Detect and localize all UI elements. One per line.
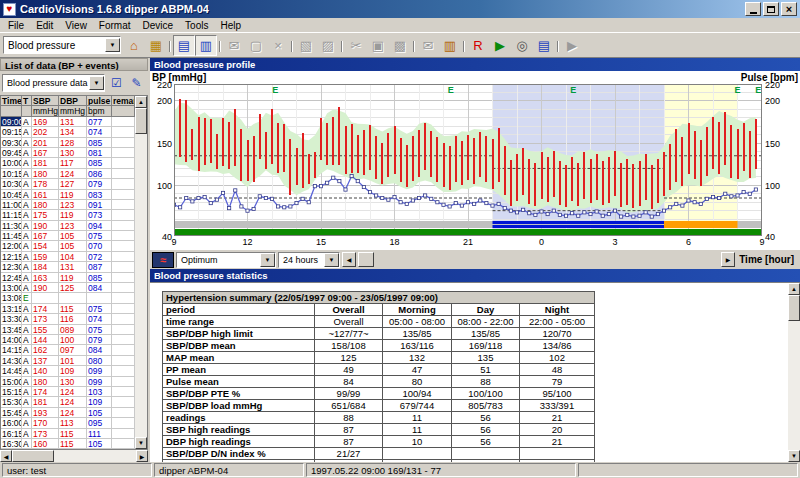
profile-style-icon[interactable]: ≈: [152, 252, 174, 268]
stats-vertical-scrollbar[interactable]: [788, 283, 800, 462]
library-icon[interactable]: ▥: [439, 35, 461, 56]
menu-help[interactable]: Help: [214, 19, 247, 32]
dbp-cell: 123: [59, 200, 87, 210]
scrollbar-thumb[interactable]: [12, 450, 54, 462]
table-row[interactable]: 11:45A167105075: [1, 231, 135, 241]
table-row[interactable]: 16:15A173115111: [1, 429, 135, 439]
play-icon: ▶: [561, 35, 583, 56]
table-row[interactable]: 15:30A181124109: [1, 397, 135, 407]
menu-edit[interactable]: Edit: [30, 19, 59, 32]
scrollbar-track[interactable]: [135, 134, 147, 437]
menu-format[interactable]: Format: [93, 19, 137, 32]
table-row[interactable]: 13:30A173116074: [1, 314, 135, 324]
table-row[interactable]: 10:00A181117085: [1, 158, 135, 168]
time-cell: 12:45: [1, 273, 22, 283]
list-view-icon[interactable]: ▤: [173, 35, 195, 56]
stats-value: 21: [520, 412, 595, 424]
table-row[interactable]: 16:30A160115105: [1, 439, 135, 449]
scrollbar-thumb[interactable]: [358, 252, 374, 267]
scroll-left-icon[interactable]: [0, 450, 12, 462]
maximize-button[interactable]: [763, 2, 779, 16]
table-row[interactable]: 14:00A144100079: [1, 335, 135, 345]
table-row[interactable]: 16:00A170113095: [1, 418, 135, 428]
table-row[interactable]: 13:45A155089075: [1, 325, 135, 335]
time-cell: 16:15: [1, 429, 22, 439]
bp-profile-chart[interactable]: BP [mmHg] Pulse [bpm] EEEEE 220220200200…: [150, 71, 800, 249]
table-row[interactable]: 11:30A190123094: [1, 221, 135, 231]
minimize-button[interactable]: [745, 2, 761, 16]
table-row[interactable]: 14:15A162097084: [1, 345, 135, 355]
list-panel-title: List of data (BP + events): [0, 58, 148, 71]
export-icon[interactable]: ▶: [489, 35, 511, 56]
report-icon[interactable]: R: [467, 35, 489, 56]
sbp-cell: 169: [32, 117, 59, 127]
time-span-dropdown[interactable]: 24 hours: [278, 252, 340, 268]
home-icon[interactable]: ⌂: [123, 35, 145, 56]
scroll-down-icon[interactable]: [135, 437, 147, 449]
menu-file[interactable]: File: [2, 19, 30, 32]
scrollbar-track[interactable]: [788, 321, 800, 450]
table-row[interactable]: 09:00A169131077: [1, 117, 135, 127]
chart-plot[interactable]: EEEEE: [174, 84, 762, 236]
pulse-cell: 077: [87, 117, 112, 127]
scrollbar-thumb[interactable]: [788, 295, 800, 321]
remark-cell: [112, 190, 135, 200]
table-row[interactable]: 14:45A140109099: [1, 366, 135, 376]
sbp-cell: 180: [32, 169, 59, 179]
table-row[interactable]: 14:30A137101080: [1, 356, 135, 366]
stats-row-label: SBP/DBP mean: [163, 340, 315, 352]
table-row[interactable]: 10:15A180124086: [1, 169, 135, 179]
type-cell: A: [22, 179, 32, 189]
table-row[interactable]: 10:45A161119083: [1, 190, 135, 200]
scroll-up-icon[interactable]: [135, 96, 147, 108]
scroll-right-icon[interactable]: [721, 252, 735, 267]
list-horizontal-scrollbar[interactable]: [0, 450, 148, 462]
table-row[interactable]: 09:45A167130081: [1, 148, 135, 158]
scrollbar-track[interactable]: [54, 450, 136, 462]
app-icon[interactable]: [3, 3, 16, 16]
menu-tools[interactable]: Tools: [179, 19, 214, 32]
stats-panel-body: Hypertension summary (22/05/1997 09:00 -…: [150, 282, 800, 462]
scroll-left-icon[interactable]: [342, 252, 356, 267]
data-type-dropdown[interactable]: Blood pressure data: [2, 74, 105, 92]
minimize-icon: [750, 12, 757, 14]
sbp-cell: 201: [32, 138, 59, 148]
view-selector-dropdown[interactable]: Blood pressure: [3, 36, 121, 54]
table-row[interactable]: 15:15A174124103: [1, 387, 135, 397]
table-row[interactable]: 12:45A163119085: [1, 273, 135, 283]
scroll-down-icon[interactable]: [788, 450, 800, 462]
table-row[interactable]: 10:30A178127079: [1, 179, 135, 189]
time-cell: 10:00: [1, 158, 22, 168]
dbp-cell: 119: [59, 273, 87, 283]
select-columns-icon[interactable]: ☑: [108, 75, 125, 92]
scroll-up-icon[interactable]: [788, 283, 800, 295]
open-image-icon[interactable]: ▦: [145, 35, 167, 56]
table-row[interactable]: 12:15A159104072: [1, 252, 135, 262]
scale-mode-dropdown[interactable]: Optimum: [176, 252, 276, 268]
details-icon[interactable]: ▤: [533, 35, 555, 56]
edit-data-icon[interactable]: ✎: [128, 75, 145, 92]
scroll-right-icon[interactable]: [136, 450, 148, 462]
table-row[interactable]: 11:00A180123091: [1, 200, 135, 210]
close-button[interactable]: [781, 2, 797, 16]
scrollbar-thumb[interactable]: [135, 108, 147, 134]
table-row[interactable]: 15:45A193124105: [1, 408, 135, 418]
table-row[interactable]: 12:00A154105070: [1, 241, 135, 251]
remark-cell: [112, 377, 135, 387]
table-row[interactable]: 12:30A184131087: [1, 262, 135, 272]
table-row[interactable]: 13:00A190125084: [1, 283, 135, 293]
table-row[interactable]: 11:15A175119073: [1, 210, 135, 220]
delete-icon: ×: [267, 35, 289, 56]
menu-device[interactable]: Device: [137, 19, 180, 32]
profile-view-icon[interactable]: ▥: [195, 35, 217, 56]
search-icon[interactable]: ◎: [511, 35, 533, 56]
table-row[interactable]: 09:15A202134074: [1, 127, 135, 137]
table-row[interactable]: 15:00A180130099: [1, 377, 135, 387]
table-row[interactable]: 13:15A174115075: [1, 304, 135, 314]
list-vertical-scrollbar[interactable]: [135, 96, 147, 449]
table-row[interactable]: 09:30A201128085: [1, 138, 135, 148]
table-row[interactable]: 13:08E: [1, 293, 135, 303]
time-cell: 10:30: [1, 179, 22, 189]
menu-view[interactable]: View: [59, 19, 93, 32]
dbp-cell: 130: [59, 377, 87, 387]
